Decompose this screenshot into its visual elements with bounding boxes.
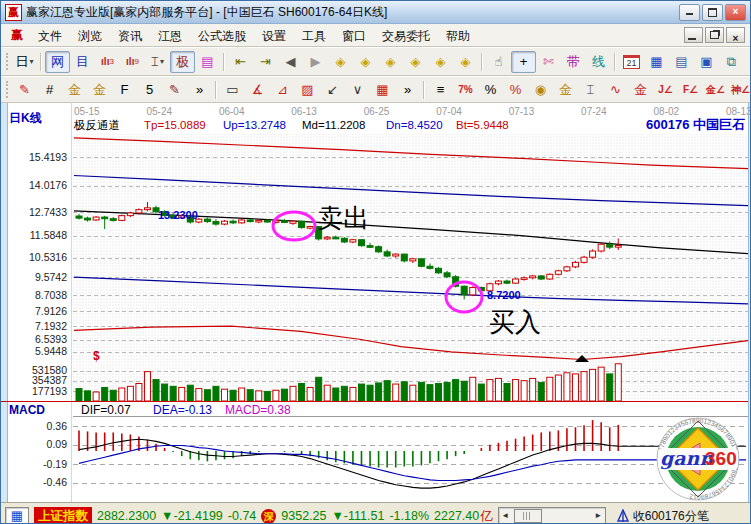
jifan-channel-icon[interactable]: 极	[170, 51, 195, 73]
menu-item-3[interactable]: 江恩	[150, 27, 190, 45]
candle-style-icon[interactable]: ⌶▾	[145, 51, 170, 73]
sz-index-pct: -1.18%	[389, 509, 429, 523]
crosshair-icon[interactable]: +	[511, 51, 536, 73]
percent7-icon[interactable]: 7%	[453, 79, 478, 101]
menu-item-2[interactable]: 资讯	[110, 27, 150, 45]
save-icon[interactable]: ▣	[694, 51, 719, 73]
export-icon[interactable]: ⧉	[719, 51, 744, 73]
percent-line-icon[interactable]: %	[503, 79, 528, 101]
close-button[interactable]: ×	[725, 4, 746, 21]
menu-item-0[interactable]: 文件	[30, 27, 70, 45]
chart-region: 05-1505-2406-0406-1306-2507-0407-1307-24…	[1, 103, 750, 502]
svg-text:12.7433: 12.7433	[29, 206, 67, 218]
prev-page-icon[interactable]: ◀	[278, 51, 303, 73]
curve-tool-icon[interactable]: 线	[586, 51, 611, 73]
shrink-left-icon[interactable]: ◈	[403, 51, 428, 73]
pen-tool-icon[interactable]: ✎	[12, 79, 37, 101]
golden-h-icon[interactable]: 金	[62, 79, 87, 101]
color-bars-icon[interactable]: ▤	[195, 51, 220, 73]
gold-circle-icon[interactable]: ◉	[528, 79, 553, 101]
percent-icon[interactable]: %	[478, 79, 503, 101]
svg-text:08-02: 08-02	[654, 106, 680, 117]
calendar-icon[interactable]: 21	[619, 51, 644, 73]
scrollbar-track[interactable]	[512, 508, 592, 524]
toolbar-separator	[223, 53, 225, 71]
svg-text:11.5848: 11.5848	[30, 229, 67, 241]
svg-text:15.4193: 15.4193	[29, 151, 67, 163]
maximize-button[interactable]	[702, 4, 723, 21]
vee-line-icon[interactable]: ∨	[345, 79, 370, 101]
svg-text:08-13: 08-13	[726, 106, 751, 117]
svg-text:7.1932: 7.1932	[35, 320, 67, 332]
more-tools2-icon[interactable]: »	[395, 79, 420, 101]
zoom-both-icon[interactable]: ◈	[378, 51, 403, 73]
arrow-line-icon[interactable]: ↙	[320, 79, 345, 101]
menu-item-6[interactable]: 工具	[294, 27, 334, 45]
menu-item-1[interactable]: 浏览	[70, 27, 110, 45]
zoom-right-icon[interactable]: ◈	[353, 51, 378, 73]
keyboard-icon[interactable]: ▦	[5, 507, 29, 524]
band-tool-icon[interactable]: 带	[561, 51, 586, 73]
f-angle-icon[interactable]: F∠	[678, 79, 703, 101]
minimize-button[interactable]	[679, 4, 700, 21]
kline-chart[interactable]: 05-1505-2406-0406-1306-2507-0407-1307-24…	[1, 103, 751, 502]
menu-item-7[interactable]: 窗口	[334, 27, 374, 45]
shen-angle-icon[interactable]: 神∠	[728, 79, 750, 101]
gold-lines-icon[interactable]: 金	[553, 79, 578, 101]
hand-tool-icon[interactable]: ☝	[486, 51, 511, 73]
svg-text:DIF=0.07: DIF=0.07	[81, 403, 131, 417]
memo-icon[interactable]: ▤	[669, 51, 694, 73]
gold2-angle-icon[interactable]: 金∠	[703, 79, 728, 101]
menu-item-9[interactable]: 帮助	[438, 27, 478, 45]
last-page-icon[interactable]: ⇥	[253, 51, 278, 73]
j-angle-icon[interactable]: J∠	[653, 79, 678, 101]
more-tools-icon[interactable]: »	[187, 79, 212, 101]
menu-item-8[interactable]: 交易委托	[374, 27, 438, 45]
toolbar-grip[interactable]	[6, 81, 8, 98]
horizontal-scrollbar[interactable]: ◄ ►	[498, 507, 606, 524]
svg-text:05-15: 05-15	[74, 106, 100, 117]
app-menu-icon[interactable]: 赢	[4, 27, 30, 44]
wave-icon[interactable]: ∿	[603, 79, 628, 101]
shrink-right-icon[interactable]: ◈	[428, 51, 453, 73]
mini-chart-3-icon[interactable]: ılı3	[95, 51, 120, 73]
fibonacci-icon[interactable]: F	[112, 79, 137, 101]
golden-v-icon[interactable]: 金	[87, 79, 112, 101]
box-diag-icon[interactable]: ▨	[295, 79, 320, 101]
scroll-left-icon[interactable]: ◄	[499, 509, 512, 523]
kline-period-icon[interactable]: 日▾	[12, 51, 37, 73]
child-minimize-button[interactable]	[684, 27, 703, 43]
feed-label: 收600176分笔	[633, 508, 709, 524]
scroll-right-icon[interactable]: ►	[592, 509, 605, 523]
shenzhen-badge[interactable]: 深	[261, 509, 276, 524]
fan-lines-icon[interactable]: ∡	[245, 79, 270, 101]
menu-item-4[interactable]: 公式选股	[190, 27, 254, 45]
mini-chart-9-icon[interactable]: ılı9	[120, 51, 145, 73]
print-icon[interactable]: ▨	[744, 51, 750, 73]
erase-tool-icon[interactable]: ✄	[536, 51, 561, 73]
toolbar-grip[interactable]	[6, 53, 8, 70]
child-restore-button[interactable]	[705, 27, 724, 43]
volume-dist-icon[interactable]: ≡	[428, 79, 453, 101]
gold-angle-icon[interactable]: 金	[628, 79, 653, 101]
box-tool-icon[interactable]: ▭	[220, 79, 245, 101]
menu-item-5[interactable]: 设置	[254, 27, 294, 45]
svg-text:07-04: 07-04	[436, 106, 462, 117]
child-close-button[interactable]: ×	[726, 27, 745, 43]
shrink-both-icon[interactable]: ◈	[453, 51, 478, 73]
measure-grid-icon[interactable]: #	[37, 79, 62, 101]
gann5-icon[interactable]: 5	[137, 79, 162, 101]
svg-text:7.9126: 7.9126	[35, 305, 67, 317]
zoom-left-icon[interactable]: ◈	[328, 51, 353, 73]
candle-pen-icon[interactable]: ⌶	[578, 79, 603, 101]
scrollbar-thumb[interactable]	[514, 509, 542, 523]
index-badge[interactable]: 上证指数	[34, 507, 92, 524]
f10-info-icon[interactable]: 目	[70, 51, 95, 73]
next-page-icon[interactable]: ▶	[303, 51, 328, 73]
calculator-icon[interactable]: ▦	[644, 51, 669, 73]
first-page-icon[interactable]: ⇤	[228, 51, 253, 73]
red-grid-icon[interactable]: ▦	[370, 79, 395, 101]
flag-pen-icon[interactable]: ✎	[162, 79, 187, 101]
multi-view-icon[interactable]: 网	[45, 51, 70, 73]
box-fan-icon[interactable]: ⊿	[270, 79, 295, 101]
